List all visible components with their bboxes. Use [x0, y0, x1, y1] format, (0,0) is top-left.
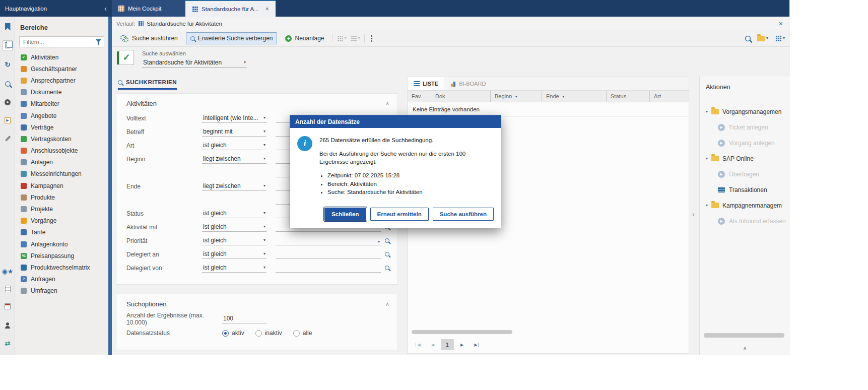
- new-record-button[interactable]: + Neuanlage: [281, 33, 328, 44]
- more-options-kebab-icon[interactable]: [371, 35, 372, 37]
- settings-gear-icon[interactable]: [3, 97, 13, 107]
- column-dok[interactable]: Dok: [431, 91, 490, 102]
- group-sap-online[interactable]: ▾ SAP Online: [706, 151, 790, 166]
- collapse-section-icon[interactable]: ∧: [385, 301, 389, 307]
- value-dropdown[interactable]: ▾: [276, 236, 381, 245]
- dialog-title-bar[interactable]: Anzahl der Datensätze: [290, 115, 501, 128]
- tab-liste[interactable]: LISTE: [408, 77, 444, 90]
- bookmark-icon[interactable]: [3, 22, 13, 32]
- previous-page-button[interactable]: ◀: [426, 339, 439, 350]
- lookup-search-icon[interactable]: [385, 266, 389, 270]
- add-user-icon[interactable]: [3, 320, 13, 331]
- action-als-inbound-erfassen[interactable]: ▶ Als Inbound erfassen: [718, 213, 790, 229]
- group-kampagnenmanagement[interactable]: ▾ Kampagnenmanagem: [706, 198, 790, 213]
- actions-scrollbar[interactable]: [704, 333, 784, 338]
- tab-standardsuche[interactable]: Standardsuche für A... ×: [185, 0, 276, 17]
- collapse-navigation-icon[interactable]: ‹: [104, 4, 107, 13]
- lookup-search-icon[interactable]: [385, 238, 389, 243]
- horizontal-scrollbar[interactable]: [412, 330, 512, 334]
- operator-dropdown[interactable]: ist gleich▾: [202, 223, 266, 232]
- open-folder-button[interactable]: ▾: [757, 36, 768, 41]
- tab-bi-board[interactable]: BI-BOARD: [444, 77, 492, 90]
- sidebar-item-preisanpassung[interactable]: %Preisanpassung: [19, 250, 104, 262]
- sidebar-item-projekte[interactable]: Projekte: [19, 203, 104, 215]
- sidebar-item-anlagenkonto[interactable]: Anlagenkonto: [19, 238, 104, 250]
- list-view-button[interactable]: ▾: [351, 36, 360, 41]
- action-ticket-anlegen[interactable]: ▶ Ticket anlegen: [718, 119, 790, 135]
- last-page-button[interactable]: ▶: [470, 339, 483, 350]
- sidebar-item-vertraege[interactable]: Verträge: [19, 121, 104, 133]
- first-page-button[interactable]: ◀: [412, 339, 425, 350]
- value-input[interactable]: [276, 250, 381, 259]
- max-results-input[interactable]: 100: [222, 314, 266, 323]
- sidebar-item-geschaeftspartner[interactable]: Geschäftspartner: [19, 63, 104, 75]
- operator-dropdown[interactable]: ist gleich▾: [202, 141, 266, 150]
- group-vorgangsmanagement[interactable]: ▾ Vorgangsmanagemen: [706, 104, 790, 119]
- notes-icon[interactable]: [3, 284, 13, 294]
- search-select-dropdown[interactable]: Standardsuche für Aktivitäten ▾: [142, 58, 247, 68]
- run-search-button[interactable]: Suche ausführen: [116, 33, 182, 44]
- column-ende[interactable]: Ende▼: [542, 91, 606, 102]
- search-icon[interactable]: [745, 35, 751, 41]
- column-status[interactable]: Status: [606, 91, 649, 102]
- operator-dropdown[interactable]: ist gleich▾: [202, 236, 266, 245]
- radio-alle[interactable]: alle: [293, 330, 312, 337]
- close-button[interactable]: Schließen: [324, 208, 366, 221]
- current-page-button[interactable]: 1: [441, 339, 454, 350]
- run-search-dialog-button[interactable]: Suche ausführen: [433, 208, 494, 221]
- sync-arrows-icon[interactable]: ⇄: [3, 338, 13, 348]
- sidebar-item-anfragen[interactable]: ?Anfragen: [19, 274, 104, 285]
- history-icon[interactable]: ↻: [3, 59, 13, 70]
- operator-dropdown[interactable]: ist gleich▾: [202, 250, 266, 259]
- calendar-icon[interactable]: [3, 301, 13, 311]
- action-uebertragen[interactable]: ▶ Übertragen: [718, 166, 790, 182]
- column-art[interactable]: Art: [649, 91, 689, 102]
- hide-advanced-search-button[interactable]: Erweiterte Suche verbergen: [186, 32, 278, 44]
- operator-dropdown[interactable]: beginnt mit▾: [202, 127, 266, 137]
- sidebar-item-anlagen[interactable]: Anlagen: [19, 157, 104, 168]
- scroll-up-icon[interactable]: ∧: [743, 345, 747, 352]
- close-tab-icon[interactable]: ×: [265, 6, 269, 13]
- sidebar-item-produkte[interactable]: Produkte: [19, 191, 104, 203]
- column-beginn[interactable]: Beginn▼: [490, 91, 542, 102]
- sidebar-item-aktivitaeten[interactable]: ✓Aktivitäten: [19, 51, 104, 63]
- sidebar-item-messeinrichtungen[interactable]: Messeinrichtungen: [19, 168, 104, 180]
- sidebar-filter-input[interactable]: [19, 36, 104, 47]
- sidebar-item-umfragen[interactable]: Umfragen: [19, 285, 104, 297]
- sidebar-item-produktwechselmatrix[interactable]: Produktwechselmatrix: [19, 262, 104, 273]
- breadcrumb-link[interactable]: Standardsuche für Aktivitäten: [147, 21, 222, 27]
- sidebar-item-mitarbeiter[interactable]: Mitarbeiter: [19, 98, 104, 110]
- sidebar-item-ansprechpartner[interactable]: Ansprechpartner: [19, 75, 104, 86]
- operator-dropdown[interactable]: ist gleich▾: [202, 209, 266, 218]
- close-view-icon[interactable]: ×: [779, 20, 783, 28]
- panel-expander-icon[interactable]: ›: [692, 210, 695, 218]
- export-button[interactable]: ▾: [775, 35, 785, 41]
- action-vorgang-anlegen[interactable]: ▶ Vorgang anlegen: [718, 135, 790, 151]
- action-transaktionen[interactable]: Transaktionen: [718, 182, 790, 198]
- operator-dropdown[interactable]: ist gleich▾: [202, 264, 266, 273]
- collapse-section-icon[interactable]: ∧: [385, 100, 389, 107]
- sidebar-item-anschlussobjekte[interactable]: Anschlussobjekte: [19, 145, 104, 157]
- sidebar-item-angebote[interactable]: Angebote: [19, 110, 104, 121]
- sidebar-item-vorgaenge[interactable]: Vorgänge: [19, 215, 104, 227]
- sidebar-item-tarife[interactable]: Tarife: [19, 227, 104, 238]
- media-icon[interactable]: ▶: [3, 115, 13, 125]
- tools-wrench-icon[interactable]: [3, 134, 13, 144]
- search-icon[interactable]: [3, 79, 13, 89]
- value-input[interactable]: [276, 264, 381, 273]
- watchlist-eye-icon[interactable]: ◉★: [3, 266, 13, 276]
- lookup-search-icon[interactable]: [385, 252, 389, 256]
- sidebar-divider[interactable]: [108, 17, 112, 355]
- sidebar-item-dokumente[interactable]: Dokumente: [19, 87, 104, 98]
- radio-aktiv[interactable]: aktiv: [222, 330, 244, 337]
- sidebar-item-kampagnen[interactable]: Kampagnen: [19, 180, 104, 191]
- operator-dropdown[interactable]: liegt zwischen▾: [202, 155, 266, 164]
- column-fav[interactable]: Fav.: [408, 91, 431, 102]
- next-page-button[interactable]: ▶: [455, 339, 469, 350]
- grid-view-button[interactable]: ▾: [337, 35, 347, 41]
- sidebar-item-vertragskonten[interactable]: Vertragskonten: [19, 133, 104, 145]
- radio-inaktiv[interactable]: inaktiv: [255, 330, 282, 337]
- operator-dropdown[interactable]: intelligent (wie Inte...▾: [202, 114, 266, 123]
- redetermine-button[interactable]: Erneut ermitteln: [370, 208, 429, 221]
- tab-mein-cockpit[interactable]: Mein Cockpit: [112, 0, 185, 17]
